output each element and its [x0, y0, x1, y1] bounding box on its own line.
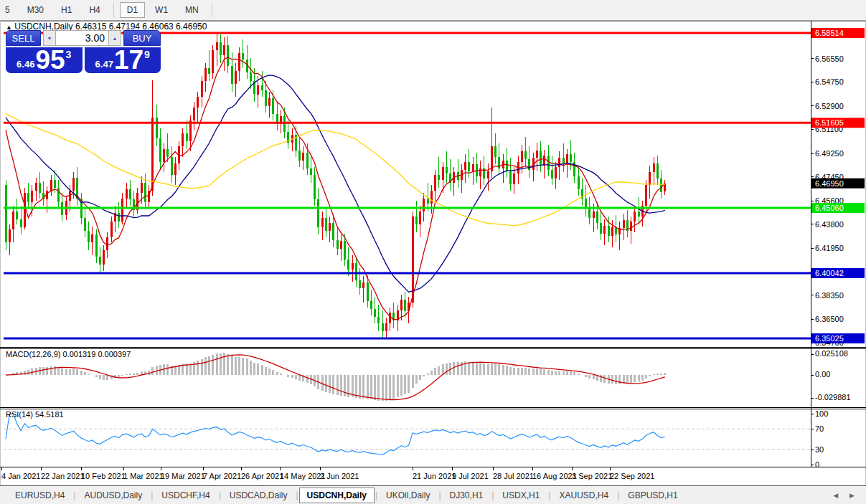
svg-text:28 Jul 2021: 28 Jul 2021 — [493, 472, 534, 480]
chart-tab-GBPUSD-H1[interactable]: GBPUSD,H1 — [620, 488, 685, 503]
volume-control: ▼ ▲ — [43, 30, 121, 46]
chart-tabs: EURUSD,H4|AUDUSD,Daily|USDCHF,H4|USDCAD,… — [0, 486, 686, 504]
trade-panel-top-row: SELL ▼ ▲ BUY — [6, 30, 161, 46]
svg-text:6.38350: 6.38350 — [815, 291, 844, 300]
chart-tab-UKOil-Daily[interactable]: UKOil,Daily — [378, 488, 438, 503]
svg-text:70: 70 — [815, 424, 824, 433]
one-click-trading-panel: SELL ▼ ▲ BUY 6.46 95 3 6.47 17 9 — [6, 30, 161, 73]
sell-price-sup: 3 — [66, 49, 72, 60]
svg-text:1 Mar 2021: 1 Mar 2021 — [123, 472, 164, 480]
sell-price-small: 6.46 — [17, 59, 34, 70]
tab-scroll-left-icon[interactable]: ◀ — [833, 492, 838, 499]
buy-price-small: 6.47 — [95, 59, 113, 70]
svg-text:6.35025: 6.35025 — [815, 334, 844, 343]
tab-scroll-right-icon[interactable]: ▶ — [849, 492, 855, 499]
svg-text:30: 30 — [815, 445, 824, 454]
volume-increase-button[interactable]: ▲ — [108, 30, 121, 46]
rsi-label: RSI(14) 54.5181 — [6, 410, 64, 419]
chart-tab-USDCAD-Daily[interactable]: USDCAD,Daily — [222, 488, 296, 503]
tab-separator: | — [296, 490, 298, 500]
rsi-line — [6, 414, 665, 455]
svg-text:6.56550: 6.56550 — [815, 54, 844, 63]
sell-price-big: 95 — [35, 48, 65, 72]
svg-text:6.51605: 6.51605 — [815, 118, 844, 127]
svg-text:22 Sep 2021: 22 Sep 2021 — [610, 472, 654, 480]
svg-text:6.43800: 6.43800 — [815, 220, 844, 229]
chart-tab-USDCNH-Daily[interactable]: USDCNH,Daily — [299, 488, 375, 503]
chart-canvas[interactable]: 6.565506.547506.529006.511006.492506.474… — [0, 0, 866, 504]
buy-price-big: 17 — [114, 48, 143, 72]
buy-button[interactable]: BUY — [123, 30, 161, 46]
buy-price-sup: 9 — [144, 49, 150, 60]
svg-text:6.49250: 6.49250 — [815, 149, 844, 158]
tab-separator: | — [375, 490, 377, 500]
tab-scroll-controls: ◀ ▶ — [833, 492, 866, 499]
tab-separator: | — [491, 490, 494, 500]
chart-tab-USDX-H1[interactable]: USDX,H1 — [494, 488, 547, 503]
svg-text:3 Sep 2021: 3 Sep 2021 — [572, 472, 612, 480]
macd-label: MACD(12,26,9) 0.001319 0.000397 — [6, 350, 131, 358]
tab-separator: | — [438, 490, 441, 500]
svg-text:0: 0 — [815, 460, 819, 469]
rsi-panel: RSI(14) 54.518110070300 — [4, 409, 828, 469]
svg-text:6.40042: 6.40042 — [815, 269, 844, 277]
svg-text:6.45060: 6.45060 — [815, 204, 844, 212]
svg-text:6.36500: 6.36500 — [815, 315, 844, 323]
volume-decrease-button[interactable]: ▼ — [43, 30, 56, 46]
svg-text:14 May 2021: 14 May 2021 — [280, 472, 326, 480]
chart-tabbar: EURUSD,H4|AUDUSD,Daily|USDCHF,H4|USDCAD,… — [0, 485, 866, 504]
ma-fast-line — [6, 57, 665, 320]
buy-price-panel[interactable]: 6.47 17 9 — [85, 47, 161, 73]
svg-text:26 Apr 2021: 26 Apr 2021 — [241, 472, 283, 480]
volume-input[interactable] — [56, 30, 108, 46]
chart-tab-DJ30-H1[interactable]: DJ30,H1 — [442, 488, 491, 503]
chart-tab-AUDUSD-Daily[interactable]: AUDUSD,Daily — [76, 488, 150, 503]
tab-separator: | — [151, 490, 153, 500]
svg-text:9 Jul 2021: 9 Jul 2021 — [452, 472, 489, 480]
chart-tab-EURUSD-H4[interactable]: EURUSD,H4 — [7, 488, 72, 503]
svg-text:4 Jan 2021: 4 Jan 2021 — [1, 472, 40, 480]
date-axis: 4 Jan 202122 Jan 202110 Feb 20211 Mar 20… — [1, 467, 654, 480]
svg-text:21 Jun 2021: 21 Jun 2021 — [413, 472, 456, 480]
svg-text:6.54750: 6.54750 — [815, 77, 844, 86]
candles-layer — [5, 33, 667, 338]
svg-text:-0.029881: -0.029881 — [815, 393, 851, 401]
svg-text:0.025108: 0.025108 — [815, 349, 848, 358]
trade-panel-price-row: 6.46 95 3 6.47 17 9 — [6, 47, 161, 73]
svg-text:0.00: 0.00 — [815, 370, 830, 379]
tab-separator: | — [73, 490, 75, 500]
svg-text:19 Mar 2021: 19 Mar 2021 — [161, 472, 205, 480]
tab-separator: | — [548, 490, 550, 500]
svg-text:22 Jan 2021: 22 Jan 2021 — [41, 472, 85, 480]
svg-text:16 Aug 2021: 16 Aug 2021 — [532, 472, 577, 480]
svg-text:6.52900: 6.52900 — [815, 102, 844, 110]
sell-price-panel[interactable]: 6.46 95 3 — [6, 47, 83, 73]
tab-separator: | — [617, 490, 619, 500]
svg-text:7 Apr 2021: 7 Apr 2021 — [203, 472, 241, 480]
svg-text:100: 100 — [815, 409, 828, 418]
svg-text:10 Feb 2021: 10 Feb 2021 — [81, 472, 126, 480]
svg-text:6.46950: 6.46950 — [815, 179, 844, 188]
chart-tab-USDCHF-H4[interactable]: USDCHF,H4 — [154, 488, 217, 503]
sell-button[interactable]: SELL — [6, 30, 41, 46]
svg-text:2 Jun 2021: 2 Jun 2021 — [320, 472, 359, 480]
macd-panel: MACD(12,26,9) 0.001319 0.0003970.0251080… — [6, 349, 851, 401]
tab-separator: | — [219, 490, 221, 500]
svg-text:6.58514: 6.58514 — [815, 29, 844, 37]
svg-text:6.41950: 6.41950 — [815, 244, 844, 252]
chart-tab-XAUUSD-H4[interactable]: XAUUSD,H4 — [551, 488, 616, 503]
